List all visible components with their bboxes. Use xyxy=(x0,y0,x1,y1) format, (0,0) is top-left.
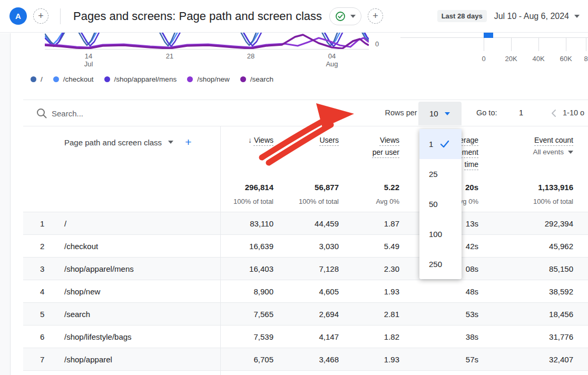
sort-descending-icon: ↓ xyxy=(248,134,252,146)
bar-axis-tick-label: 0 xyxy=(472,55,495,63)
row-users: 44,459 xyxy=(315,219,339,228)
pagination-range: 1-10 o xyxy=(563,108,584,117)
tick-day: 14 xyxy=(77,52,100,60)
row-event-count: 38,592 xyxy=(549,287,573,296)
rows-per-page-option[interactable]: 25 xyxy=(419,159,462,189)
left-gutter xyxy=(0,33,11,375)
row-event-count: 31,776 xyxy=(549,332,573,341)
rows-per-page-option[interactable]: 1 xyxy=(419,129,462,159)
legend-label: /checkout xyxy=(63,75,94,83)
chevron-down-icon xyxy=(568,151,573,154)
search-input[interactable] xyxy=(52,106,210,121)
rows-per-page-option-label: 25 xyxy=(429,170,438,179)
row-event-count: 85,150 xyxy=(549,264,573,273)
bar-axis-tick-label: 40K xyxy=(527,55,550,63)
legend-dot-icon xyxy=(31,76,36,82)
check-icon xyxy=(439,140,450,149)
page-title: Pages and screens: Page path and screen … xyxy=(73,9,322,23)
x-axis-tick-label: 21 xyxy=(158,52,181,60)
row-page-path: /shop/apparel xyxy=(64,355,112,364)
column-header-event-count[interactable]: Event count xyxy=(505,134,573,146)
row-page-path: /checkout xyxy=(64,242,98,251)
bar-axis-tick xyxy=(586,38,586,51)
tick-month: Aug xyxy=(320,60,344,68)
column-header-users[interactable]: Users xyxy=(291,134,339,146)
top-bar: A + Pages and screens: Page path and scr… xyxy=(0,0,588,33)
tick-day: 21 xyxy=(158,52,181,60)
row-number: 1 xyxy=(40,219,44,228)
rows-per-page-option[interactable]: 50 xyxy=(419,189,462,219)
row-users: 7,128 xyxy=(319,264,339,273)
rows-per-page-button[interactable]: 10 xyxy=(418,102,462,125)
avatar[interactable]: A xyxy=(9,7,27,25)
chevron-down-icon xyxy=(574,15,580,18)
row-number: 3 xyxy=(40,264,44,273)
dimension-header[interactable]: Page path and screen class + xyxy=(64,136,191,149)
rows-per-page-value: 10 xyxy=(429,109,438,118)
legend-item: /shop/apparel/mens xyxy=(104,75,177,83)
row-page-path: / xyxy=(64,219,66,228)
total-event-count-sub: 100% of total xyxy=(505,198,573,205)
tick-day: 04 xyxy=(320,52,344,60)
chevron-down-icon xyxy=(350,15,356,18)
row-views: 83,110 xyxy=(250,219,273,228)
rows-per-page-option[interactable]: 100 xyxy=(419,219,462,249)
row-engagement-time: 38s xyxy=(466,332,478,341)
row-engagement-time: 42s xyxy=(466,242,478,251)
legend-item: /checkout xyxy=(53,75,94,83)
bar-chart-bar xyxy=(484,33,493,38)
row-users: 3,030 xyxy=(319,242,339,251)
rows-per-page-option-label: 1 xyxy=(429,140,433,149)
add-comparison-button[interactable]: + xyxy=(33,8,48,24)
row-event-count: 18,456 xyxy=(549,310,573,319)
add-dimension-button plus-icon[interactable]: + xyxy=(185,136,191,149)
row-views: 16,403 xyxy=(249,264,273,273)
report-status-dropdown[interactable] xyxy=(329,7,361,25)
legend-label: / xyxy=(41,75,43,83)
go-to-page-input[interactable]: 1 xyxy=(513,108,529,117)
legend-label: /search xyxy=(250,75,273,83)
row-users: 4,147 xyxy=(319,332,339,341)
x-axis-line xyxy=(45,49,369,50)
table-row-partial xyxy=(23,370,588,375)
tick-day: 28 xyxy=(239,52,262,60)
table-row: 2/checkout16,6393,0305.4942s45,962 xyxy=(23,234,588,257)
total-users-sub: 100% of total xyxy=(281,198,339,205)
tick-month: Jul xyxy=(77,60,100,68)
row-page-path: /search xyxy=(64,310,90,319)
column-header-views[interactable]: ↓Views xyxy=(215,134,273,146)
row-views-per-user: 2.30 xyxy=(384,264,399,273)
row-number: 2 xyxy=(40,242,44,251)
bar-axis-tick xyxy=(538,38,539,51)
column-header-views-per-user[interactable]: Views per user xyxy=(370,134,399,159)
event-filter-dropdown[interactable]: All events xyxy=(505,148,573,156)
total-views-sub: 100% of total xyxy=(210,198,273,205)
ga4-report-page: A + Pages and screens: Page path and scr… xyxy=(0,0,588,375)
chart-legend: //checkout/shop/apparel/mens/shop/new/se… xyxy=(31,75,273,83)
bar-axis-tick-label: 8 xyxy=(574,55,588,63)
row-event-count: 32,407 xyxy=(549,355,573,364)
table-row: 6/shop/lifestyle/bags7,5394,1471.8238s31… xyxy=(23,325,588,348)
verified-check-icon xyxy=(335,11,346,22)
x-axis-tick-label: 04Aug xyxy=(320,52,344,68)
row-views-per-user: 2.81 xyxy=(384,310,399,319)
legend-dot-icon xyxy=(53,76,59,82)
rows-per-page-option-label: 50 xyxy=(429,200,438,209)
rows-per-page-option[interactable]: 250 xyxy=(419,249,462,279)
total-views-per-user: 5.22 xyxy=(352,183,399,192)
row-number: 7 xyxy=(40,355,44,364)
add-report-button[interactable]: + xyxy=(368,8,383,24)
row-number: 6 xyxy=(40,332,44,341)
table-row: 4/shop/new8,9004,6051.9348s38,592 xyxy=(23,280,588,302)
date-range-selector[interactable]: Jul 10 - Aug 6, 2024 xyxy=(494,12,569,21)
legend-item: / xyxy=(31,75,43,83)
row-users: 4,605 xyxy=(319,287,339,296)
y-axis-zero-label: 0 xyxy=(375,40,379,48)
previous-page-button chevron-left-icon[interactable] xyxy=(549,108,560,119)
row-views-per-user: 1.82 xyxy=(384,332,399,341)
line-chart xyxy=(45,33,369,49)
table-toolbar: Rows per page: 10 Go to: 1 1-10 o xyxy=(23,100,588,126)
chevron-down-icon xyxy=(445,112,450,115)
legend-label: /shop/apparel/mens xyxy=(114,75,177,83)
row-engagement-time: 53s xyxy=(466,310,478,319)
